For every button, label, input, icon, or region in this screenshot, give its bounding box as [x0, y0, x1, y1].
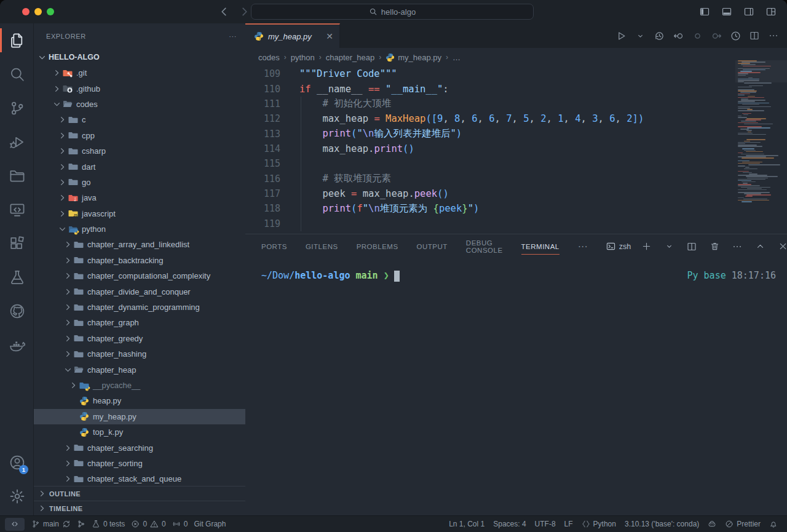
tree-item-chapter_greedy[interactable]: chapter_greedy [34, 331, 245, 346]
play-icon[interactable] [614, 28, 628, 43]
close-icon[interactable] [775, 239, 787, 254]
activity-explorer[interactable] [0, 23, 34, 57]
activity-source-control[interactable] [0, 91, 34, 125]
chevron-up-icon[interactable] [753, 239, 767, 254]
status-encoding[interactable]: UTF-8 [532, 520, 559, 528]
maximize-window-button[interactable] [47, 8, 54, 15]
tree-item-.git[interactable]: .git [34, 65, 245, 81]
activity-extensions[interactable] [0, 226, 34, 260]
kebab-icon[interactable] [730, 239, 745, 254]
tree-item-heap.py[interactable]: heap.py [34, 393, 245, 408]
tree-item-chapter_divide_and_conquer[interactable]: chapter_divide_and_conquer [34, 284, 245, 299]
status-python-interpreter[interactable]: 3.10.13 ('base': conda) [622, 520, 702, 528]
tab-my-heap[interactable]: my_heap.py ✕ [245, 23, 340, 48]
breadcrumb-item[interactable]: my_heap.py [386, 53, 441, 62]
tree-item-chapter_array_and_linkedlist[interactable]: chapter_array_and_linkedlist [34, 237, 245, 252]
prev-change-icon[interactable] [671, 28, 686, 43]
tree-item-top_k.py[interactable]: top_k.py [34, 424, 245, 440]
panel-tab-debug-console[interactable]: DEBUG CONSOLE [466, 234, 503, 258]
nav-forward-icon[interactable] [237, 4, 252, 19]
trash-icon[interactable] [707, 239, 722, 254]
status-git-graph[interactable]: Git Graph [191, 516, 229, 532]
split-icon[interactable] [747, 28, 762, 43]
activity-github[interactable] [0, 294, 34, 328]
tree-item-codes[interactable]: codes [34, 97, 245, 112]
sidebar-section-outline[interactable]: OUTLINE [34, 486, 245, 501]
panel-tab-output[interactable]: OUTPUT [417, 234, 448, 258]
status-git-graph-button[interactable] [74, 516, 89, 532]
breadcrumb-item[interactable]: chapter_heap [326, 53, 375, 62]
next-change-icon[interactable] [709, 28, 724, 43]
tree-item-chapter_stack_and_queue[interactable]: chapter_stack_and_queue [34, 471, 245, 486]
tree-item-chapter_dynamic_programming[interactable]: chapter_dynamic_programming [34, 300, 245, 315]
close-tab-icon[interactable]: ✕ [326, 31, 333, 41]
activity-settings[interactable] [0, 479, 34, 513]
tree-item-python[interactable]: python [34, 221, 245, 237]
activity-accounts[interactable]: 1 [0, 445, 34, 479]
panel-tab-problems[interactable]: PROBLEMS [357, 234, 398, 258]
nav-back-icon[interactable] [216, 4, 231, 19]
tree-item-chapter_hashing[interactable]: chapter_hashing [34, 346, 245, 362]
activity-search[interactable] [0, 57, 34, 91]
activity-testing[interactable] [0, 260, 34, 294]
terminal-shell[interactable]: zsh [606, 242, 631, 251]
chevron-down-sm-icon[interactable] [662, 239, 676, 254]
status-notifications[interactable] [766, 520, 781, 528]
chevron-down-sm-icon[interactable] [633, 28, 647, 43]
tree-item-chapter_computational_complexity[interactable]: chapter_computational_complexity [34, 268, 245, 284]
tree-item-chapter_backtracking[interactable]: chapter_backtracking [34, 253, 245, 268]
close-window-button[interactable] [22, 8, 30, 15]
layout-panel-icon[interactable] [719, 4, 734, 19]
status-cursor-position[interactable]: Ln 1, Col 1 [446, 520, 488, 528]
tree-item-dart[interactable]: dart [34, 159, 245, 174]
terminal-output[interactable]: ~/Dow/hello-algo main ❯Py base 18:17:16 [261, 270, 776, 282]
plus-icon[interactable] [639, 239, 654, 254]
tree-item-__pycache__[interactable]: __pycache__ [34, 378, 245, 393]
sidebar-section-timeline[interactable]: TIMELINE [34, 501, 245, 515]
tree-item-my_heap.py[interactable]: my_heap.py [34, 409, 245, 424]
history-icon[interactable] [652, 28, 666, 43]
tree-item-c[interactable]: c [34, 112, 245, 127]
status-language-mode[interactable]: Python [579, 520, 619, 528]
layout-sidebar-left-icon[interactable] [697, 4, 712, 19]
tree-item-chapter_searching[interactable]: chapter_searching [34, 440, 245, 455]
split-icon[interactable] [684, 239, 699, 254]
status-eol[interactable]: LF [561, 520, 576, 528]
activity-remote-explorer[interactable] [0, 193, 34, 226]
status-prettier[interactable]: Prettier [722, 520, 764, 528]
layout-sidebar-right-icon[interactable] [742, 4, 756, 19]
tree-item-cpp[interactable]: cpp [34, 128, 245, 143]
status-remote-indicator[interactable] [5, 518, 25, 531]
tree-root-hello-algo[interactable]: HELLO-ALGO [34, 49, 245, 65]
panel-tab-gitlens[interactable]: GITLENS [306, 234, 338, 258]
tree-item-.github[interactable]: .github [34, 81, 245, 96]
activity-docker[interactable] [0, 328, 34, 362]
tree-item-chapter_graph[interactable]: chapter_graph [34, 315, 245, 330]
watch-icon[interactable] [728, 28, 743, 43]
activity-run-debug[interactable] [0, 125, 34, 159]
minimap[interactable] [738, 60, 783, 205]
status-copilot[interactable] [705, 520, 719, 528]
tree-item-chapter_heap[interactable]: chapter_heap [34, 362, 245, 377]
tree-item-chapter_sorting[interactable]: chapter_sorting [34, 456, 245, 471]
explorer-actions-icon[interactable]: ··· [229, 33, 237, 40]
activity-project-folder[interactable] [0, 159, 34, 193]
command-center-search[interactable]: hello-algo [251, 4, 534, 20]
status-git-branch[interactable]: main [28, 516, 74, 532]
layout-grid-icon[interactable] [764, 4, 778, 19]
status-tests[interactable]: 0 tests [89, 516, 128, 532]
kebab-icon[interactable] [766, 28, 781, 43]
tree-item-javascript[interactable]: JS javascript [34, 206, 245, 221]
panel-tab-terminal[interactable]: TERMINAL [521, 234, 560, 258]
more-tabs-icon[interactable]: ··· [578, 241, 588, 252]
tree-item-csharp[interactable]: csharp [34, 143, 245, 159]
tree-item-java[interactable]: java [34, 190, 245, 205]
breadcrumb-item[interactable]: … [453, 53, 461, 62]
circle-icon[interactable] [690, 28, 705, 43]
status-problems[interactable]: 00 [128, 516, 168, 532]
breadcrumb-item[interactable]: python [291, 53, 315, 62]
tree-item-go[interactable]: go [34, 175, 245, 190]
minimize-window-button[interactable] [34, 8, 42, 15]
breadcrumb-item[interactable]: codes [258, 53, 280, 62]
panel-tab-ports[interactable]: PORTS [261, 234, 287, 258]
